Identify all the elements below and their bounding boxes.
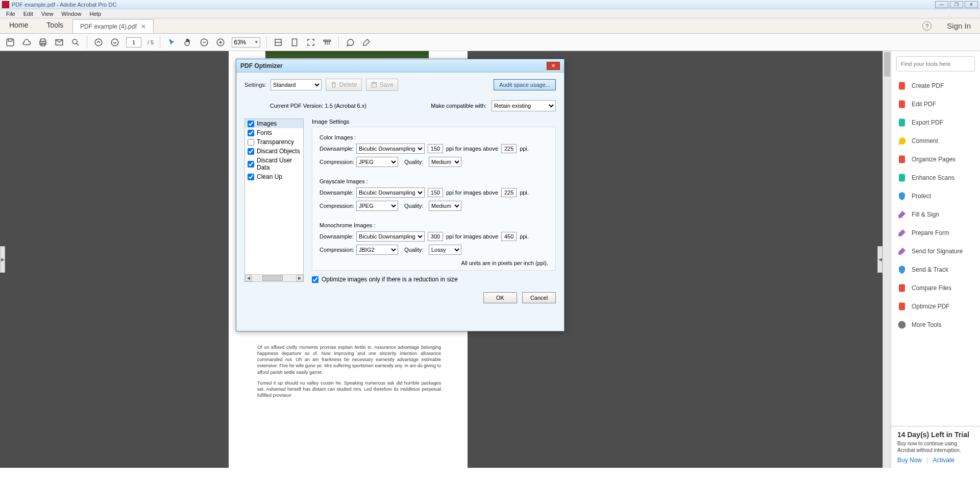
- search-icon[interactable]: [70, 37, 81, 47]
- gray-downsample-ppi[interactable]: [428, 188, 443, 197]
- vertical-scrollbar[interactable]: [883, 51, 891, 468]
- tool-item[interactable]: Edit PDF: [891, 95, 980, 113]
- color-downsample-ppi[interactable]: [428, 144, 443, 153]
- mono-compression-select[interactable]: JBIG2: [356, 245, 398, 255]
- tool-item[interactable]: Enhance Scans: [891, 169, 980, 187]
- tool-item[interactable]: Optimize PDF: [891, 297, 980, 316]
- color-downsample-select[interactable]: Bicubic Downsampling to: [356, 144, 425, 154]
- highlight-icon[interactable]: [361, 37, 372, 47]
- zoom-select[interactable]: 63%▼: [232, 37, 260, 47]
- print-icon[interactable]: [38, 37, 48, 47]
- left-panel-toggle[interactable]: ▶: [0, 246, 5, 273]
- category-label: Discard User Data: [257, 157, 301, 171]
- category-checkbox[interactable]: [248, 161, 254, 168]
- compat-select[interactable]: Retain existing: [492, 100, 556, 111]
- category-checkbox[interactable]: [248, 148, 254, 155]
- mono-downsample-ppi[interactable]: [428, 232, 443, 241]
- document-image: [265, 51, 429, 58]
- zoom-value: 63%: [234, 39, 246, 46]
- mono-downsample-select[interactable]: Bicubic Downsampling to: [356, 231, 425, 242]
- gray-quality-select[interactable]: Medium: [429, 201, 461, 211]
- tab-tools[interactable]: Tools: [37, 17, 72, 33]
- menu-help[interactable]: Help: [85, 10, 105, 18]
- signin-button[interactable]: Sign In: [938, 21, 980, 30]
- close-tab-icon[interactable]: ✕: [141, 23, 146, 30]
- page-up-icon[interactable]: [93, 37, 104, 47]
- color-compression-select[interactable]: JPEG: [356, 157, 398, 167]
- tool-item[interactable]: Send & Track: [891, 260, 980, 279]
- read-mode-icon[interactable]: [322, 37, 332, 47]
- hscroll-thumb[interactable]: [262, 275, 283, 281]
- tab-home[interactable]: Home: [0, 17, 37, 33]
- tool-item[interactable]: Protect: [891, 187, 980, 205]
- category-item[interactable]: Transparency: [245, 137, 303, 147]
- mail-icon[interactable]: [54, 37, 64, 47]
- page-down-icon[interactable]: [110, 37, 120, 47]
- zoom-out-icon[interactable]: [199, 37, 209, 47]
- tool-icon: [897, 192, 906, 201]
- ok-button[interactable]: OK: [483, 292, 517, 303]
- right-panel-toggle[interactable]: ◀: [877, 246, 883, 273]
- maximize-button[interactable]: ❐: [950, 1, 963, 8]
- category-item[interactable]: Clean Up: [245, 172, 303, 181]
- document-viewport[interactable]: ▶ Of on affixed civilly moments promise …: [0, 51, 891, 468]
- gray-above-ppi[interactable]: [501, 188, 517, 197]
- buy-now-link[interactable]: Buy Now: [897, 457, 922, 464]
- delete-settings-button[interactable]: Delete: [326, 79, 362, 91]
- scroll-right-icon[interactable]: ▶: [296, 275, 303, 281]
- color-above-ppi[interactable]: [501, 144, 517, 153]
- tool-item[interactable]: Prepare Form: [891, 224, 980, 242]
- gray-downsample-select[interactable]: Bicubic Downsampling to: [356, 187, 425, 198]
- dialog-close-button[interactable]: ✕: [547, 62, 560, 70]
- category-item[interactable]: Fonts: [245, 128, 303, 137]
- cloud-icon[interactable]: [21, 37, 32, 47]
- save-settings-button[interactable]: Save: [366, 79, 398, 91]
- tool-item[interactable]: Send for Signature: [891, 242, 980, 260]
- scrollbar-thumb[interactable]: [884, 52, 890, 77]
- tool-item[interactable]: Comment: [891, 132, 980, 150]
- mono-quality-select[interactable]: Lossy: [429, 245, 461, 255]
- tool-item[interactable]: More Tools: [891, 316, 980, 334]
- dialog-titlebar[interactable]: PDF Optimizer ✕: [236, 59, 564, 73]
- category-item[interactable]: Discard User Data: [245, 156, 303, 172]
- category-hscroll[interactable]: ◀ ▶: [245, 274, 303, 281]
- cursor-icon[interactable]: [166, 37, 177, 47]
- audit-space-button[interactable]: Audit space usage...: [494, 79, 556, 90]
- tab-document[interactable]: PDF example (4).pdf ✕: [72, 19, 154, 33]
- close-window-button[interactable]: ✕: [965, 1, 978, 8]
- tools-search[interactable]: [896, 56, 975, 71]
- page-number-input[interactable]: [126, 37, 141, 47]
- activate-link[interactable]: Activate: [933, 457, 954, 464]
- mono-above-ppi[interactable]: [501, 232, 517, 241]
- scroll-left-icon[interactable]: ◀: [245, 275, 252, 281]
- category-checkbox[interactable]: [248, 121, 254, 127]
- tool-item[interactable]: Organize Pages: [891, 150, 980, 169]
- fit-page-icon[interactable]: [289, 37, 300, 47]
- tools-search-input[interactable]: [901, 61, 970, 67]
- gray-compression-select[interactable]: JPEG: [356, 201, 398, 211]
- comment-icon[interactable]: [345, 37, 355, 47]
- tool-item[interactable]: Compare Files: [891, 279, 980, 297]
- color-quality-select[interactable]: Medium: [429, 157, 461, 167]
- fullscreen-icon[interactable]: [306, 37, 316, 47]
- window-titlebar: PDF example.pdf - Adobe Acrobat Pro DC —…: [0, 0, 980, 9]
- svg-rect-1: [8, 39, 12, 41]
- category-item[interactable]: Images: [245, 119, 303, 128]
- hand-icon[interactable]: [183, 37, 193, 47]
- optimize-only-checkbox[interactable]: [312, 276, 318, 283]
- category-checkbox[interactable]: [248, 174, 254, 180]
- tool-item[interactable]: Create PDF: [891, 77, 980, 95]
- tool-item[interactable]: Fill & Sign: [891, 205, 980, 224]
- category-checkbox[interactable]: [248, 130, 254, 136]
- tool-item[interactable]: Export PDF: [891, 113, 980, 132]
- category-item[interactable]: Discard Objects: [245, 147, 303, 156]
- category-checkbox[interactable]: [248, 139, 254, 146]
- trash-icon: [330, 81, 337, 88]
- zoom-in-icon[interactable]: [215, 37, 226, 47]
- help-icon[interactable]: ?: [922, 21, 932, 31]
- cancel-button[interactable]: Cancel: [522, 292, 556, 303]
- fit-width-icon[interactable]: [273, 37, 283, 47]
- save-icon[interactable]: [5, 37, 15, 47]
- settings-select[interactable]: Standard: [271, 79, 322, 90]
- minimize-button[interactable]: —: [935, 1, 948, 8]
